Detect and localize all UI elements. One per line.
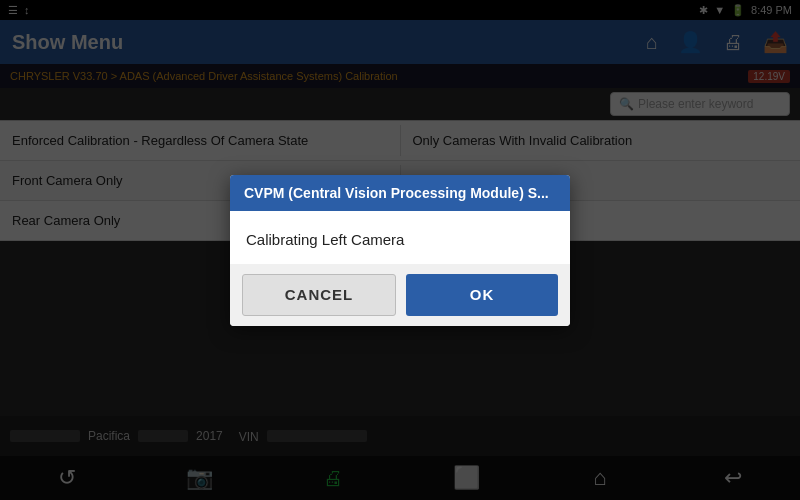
modal-message: Calibrating Left Camera (246, 231, 404, 248)
modal-dialog: CVPM (Central Vision Processing Module) … (230, 175, 570, 326)
modal-footer: CANCEL OK (230, 264, 570, 326)
cancel-button[interactable]: CANCEL (242, 274, 396, 316)
modal-title: CVPM (Central Vision Processing Module) … (244, 185, 549, 201)
modal-overlay: CVPM (Central Vision Processing Module) … (0, 0, 800, 500)
ok-button[interactable]: OK (406, 274, 558, 316)
modal-header: CVPM (Central Vision Processing Module) … (230, 175, 570, 211)
modal-body: Calibrating Left Camera (230, 211, 570, 264)
